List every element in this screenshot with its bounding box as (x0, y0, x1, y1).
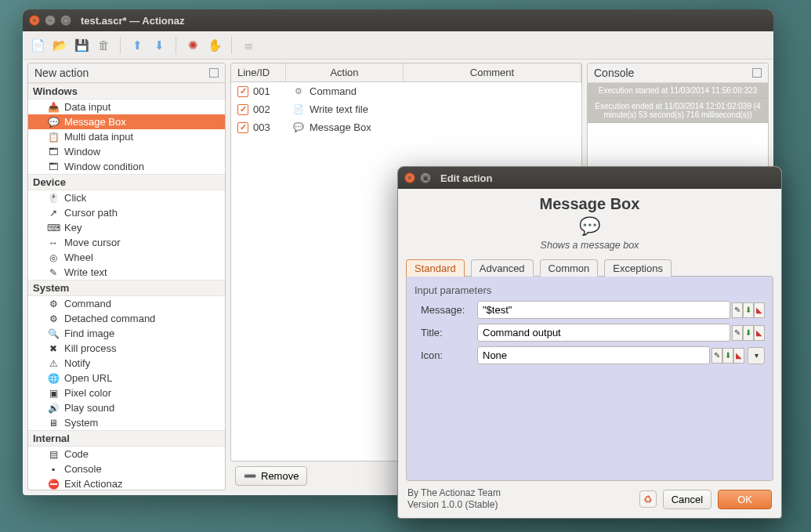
tree-item[interactable]: ▣Pixel color (28, 385, 225, 400)
list-icon[interactable]: ≣ (241, 38, 255, 52)
tree-item-label: Cursor path (64, 207, 118, 219)
tree-item[interactable]: 🖥System (28, 415, 225, 430)
tab-standard[interactable]: Standard (406, 259, 465, 277)
stop-icon[interactable]: ✋ (208, 38, 222, 52)
tree-item[interactable]: ✎Write text (28, 265, 225, 280)
tree-item[interactable]: 🌐Open URL (28, 371, 225, 385)
tree-item[interactable]: 🗔Window condition (28, 159, 225, 174)
window-minimize-button[interactable]: – (45, 15, 56, 26)
col-comment[interactable]: Comment (404, 63, 581, 81)
credits-team: By The Actionaz Team (407, 487, 501, 500)
tree-item-label: Code (64, 448, 89, 460)
tree-item[interactable]: ⌨Key (28, 220, 225, 235)
tree-item-label: Detached command (64, 313, 155, 324)
var-insert-icon[interactable]: ⬇ (722, 348, 733, 364)
tree-group[interactable]: System (28, 280, 225, 296)
tab-exceptions[interactable]: Exceptions (604, 259, 672, 277)
new-icon[interactable]: 📄 (31, 38, 45, 52)
dialog-shade-button[interactable]: ▣ (420, 172, 431, 183)
tree-item[interactable]: ◎Wheel (28, 250, 225, 265)
input-icon[interactable] (477, 346, 710, 364)
flag-icon[interactable]: ◣ (754, 302, 765, 318)
tree-item-icon: ⌨ (47, 223, 60, 233)
var-insert-icon[interactable]: ⬇ (743, 325, 754, 341)
icon-dropdown-button[interactable]: ▾ (748, 347, 765, 364)
row-action-label: Message Box (310, 121, 371, 133)
window-maximize-button[interactable]: ▢ (60, 15, 71, 26)
tree-item-icon: 🗔 (47, 147, 60, 157)
message-box-icon: 💬 (398, 216, 781, 237)
label-title: Title: (415, 327, 477, 338)
tree-item[interactable]: 🖱️Click (28, 190, 225, 205)
tree-item[interactable]: 📋Multi data input (28, 129, 225, 144)
reset-button[interactable]: ♻ (639, 490, 657, 508)
edit-icon[interactable]: ✎ (711, 348, 722, 364)
tree-item[interactable]: ↗Cursor path (28, 205, 225, 220)
tree-group[interactable]: Windows (28, 83, 225, 100)
tree-item-label: Pixel color (64, 387, 111, 399)
input-message[interactable] (477, 301, 730, 319)
remove-button[interactable]: ➖ Remove (235, 466, 307, 486)
cancel-button[interactable]: Cancel (663, 490, 711, 509)
panel-detach-icon[interactable] (209, 68, 219, 78)
tree-item-label: Message Box (64, 116, 126, 128)
col-action[interactable]: Action (286, 63, 404, 81)
run-icon[interactable]: ✺ (186, 38, 200, 52)
dialog-close-button[interactable]: × (404, 172, 415, 183)
tree-group[interactable]: Device (28, 174, 225, 190)
row-title: Title: ✎ ⬇ ◣ (415, 324, 765, 342)
delete-icon[interactable]: 🗑 (96, 38, 110, 52)
tree-item[interactable]: 🔍Find image (28, 326, 225, 341)
tree-item-label: Data input (64, 101, 110, 113)
table-row[interactable]: ✓003💬Message Box (231, 118, 581, 136)
dialog-subtitle: Shows a message box (398, 240, 781, 251)
tree-item[interactable]: 📥Data input (28, 100, 225, 114)
row-id: 001 (253, 85, 270, 97)
row-comment (404, 108, 581, 111)
tree-item[interactable]: ⚙Command (28, 296, 225, 311)
console-header: Console (588, 63, 768, 83)
tab-common[interactable]: Common (540, 259, 599, 277)
dialog-body: Input parameters Message: ✎ ⬇ ◣ Title: ✎… (406, 276, 773, 481)
window-close-button[interactable]: × (29, 15, 40, 26)
col-line-id[interactable]: Line/ID (231, 63, 286, 81)
open-icon[interactable]: 📂 (52, 38, 67, 52)
var-insert-icon[interactable]: ⬇ (743, 302, 754, 318)
down-icon[interactable]: ⬇ (152, 38, 166, 52)
flag-icon[interactable]: ◣ (733, 348, 744, 364)
console-detach-icon[interactable] (752, 68, 762, 78)
ok-label: OK (737, 494, 752, 505)
table-row[interactable]: ✓001⚙Command (231, 82, 581, 100)
tab-advanced[interactable]: Advanced (471, 259, 534, 277)
tree-item[interactable]: ⚙Detached command (28, 311, 225, 326)
table-header: Line/ID Action Comment (231, 63, 581, 82)
tree-item-label: Kill process (64, 342, 116, 354)
credits: By The Actionaz Team Version 1.0.0 (Stab… (407, 487, 501, 512)
row-checkbox[interactable]: ✓ (237, 86, 248, 97)
ok-button[interactable]: OK (718, 490, 772, 509)
credits-version: Version 1.0.0 (Stable) (407, 499, 501, 512)
tree-item[interactable]: ✖Kill process (28, 341, 225, 356)
tree-item-icon: ✖ (47, 343, 60, 354)
tree-item-icon: ▣ (47, 388, 60, 399)
row-checkbox[interactable]: ✓ (237, 122, 248, 133)
tree-item[interactable]: 💬Message Box (28, 114, 225, 129)
row-checkbox[interactable]: ✓ (237, 104, 248, 115)
tree-item[interactable]: ▪Console (28, 461, 225, 476)
tree-item[interactable]: ▤Code (28, 447, 225, 461)
up-icon[interactable]: ⬆ (130, 38, 144, 52)
edit-icon[interactable]: ✎ (732, 325, 743, 341)
tree-item-icon: ↔ (47, 237, 60, 248)
tree-item[interactable]: ⛔Exit Actionaz (28, 476, 225, 490)
edit-icon[interactable]: ✎ (732, 302, 743, 318)
label-message: Message: (415, 304, 477, 316)
flag-icon[interactable]: ◣ (754, 325, 765, 341)
table-row[interactable]: ✓002📄Write text file (231, 100, 581, 118)
save-icon[interactable]: 💾 (74, 38, 89, 52)
tree-item[interactable]: ⚠Notify (28, 356, 225, 371)
tree-group[interactable]: Internal (28, 430, 225, 447)
tree-item[interactable]: 🔊Play sound (28, 400, 225, 415)
tree-item[interactable]: 🗔Window (28, 144, 225, 159)
tree-item[interactable]: ↔Move cursor (28, 235, 225, 250)
input-title[interactable] (477, 324, 730, 342)
